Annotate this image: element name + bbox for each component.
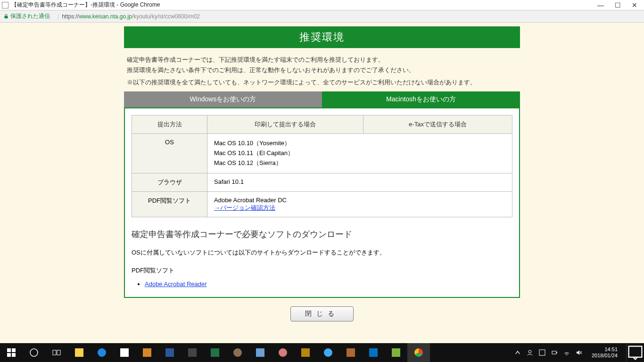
store-icon <box>188 348 197 357</box>
excel-icon <box>211 348 219 357</box>
chrome-icon <box>414 348 423 357</box>
cortana-button[interactable] <box>23 343 45 362</box>
taskbar-app-generic3[interactable] <box>294 343 317 362</box>
intro-line2: 推奨環境を満たさない条件下でのご利用は、正常な動作をしないおそれがありますのでご… <box>127 65 517 75</box>
pdf-version-link[interactable]: →バージョン確認方法 <box>214 204 275 211</box>
svg-point-5 <box>30 349 38 356</box>
spec-table: 提出方法 印刷して提出する場合 e-Taxで送信する場合 OS Mac OS 1… <box>132 115 512 217</box>
os-tabs: Windowsをお使いの方 Macintoshをお使いの方 <box>124 91 520 107</box>
download-sub: PDF閲覧ソフト <box>132 266 512 275</box>
separator: | <box>58 13 59 20</box>
folder-icon <box>75 348 83 357</box>
clock-time: 14:51 <box>592 346 618 353</box>
window-title: 【確定申告書等作成コーナー】-推奨環境 - Google Chrome <box>11 1 597 9</box>
url-display[interactable]: https://www.keisan.nta.go.jp/kyoutu/ky/s… <box>62 13 200 20</box>
start-button[interactable] <box>0 343 23 362</box>
os-val2: Mac OS 10.11（El Capitan） <box>214 148 505 158</box>
outlook-icon <box>369 348 378 357</box>
svg-rect-2 <box>12 348 16 352</box>
pdf-val: Adobe Acrobat Reader DC <box>214 197 505 204</box>
taskbar-app-store[interactable] <box>181 343 204 362</box>
taskbar-app-mail[interactable] <box>113 343 136 362</box>
ie-icon <box>324 348 332 357</box>
taskbar-app-generic1[interactable] <box>249 343 272 362</box>
app-icon <box>301 348 310 357</box>
app-icon <box>279 348 287 357</box>
notification-icon <box>627 344 644 362</box>
task-view-button[interactable] <box>45 343 68 362</box>
row-pdf-label: PDF閲覧ソフト <box>132 191 207 217</box>
taskbar-app-paint[interactable] <box>226 343 249 362</box>
tray-chevron-icon[interactable] <box>514 349 521 356</box>
svg-rect-10 <box>552 351 556 354</box>
url-path: /kyoutu/ky/st/ccw0600#n02 <box>132 13 200 20</box>
os-val1: Mac OS 10.10（Yosemite） <box>214 139 505 148</box>
paint-icon <box>233 348 242 357</box>
page-favicon <box>2 2 8 8</box>
row-browser: ブラウザ Safari 10.1 <box>132 173 512 191</box>
mail-icon <box>120 348 129 357</box>
download-list: Adobe Acrobat Reader <box>132 280 512 288</box>
row-os-value: Mac OS 10.10（Yosemite） Mac OS 10.11（El C… <box>207 134 512 173</box>
intro-line1: 確定申告書等作成コーナーでは、下記推奨環境を満たす端末でのご利用を推奨しておりま… <box>127 55 517 65</box>
adobe-reader-link[interactable]: Adobe Acrobat Reader <box>145 280 207 288</box>
page-content: 推奨環境 確定申告書等作成コーナーでは、下記推奨環境を満たす端末でのご利用を推奨… <box>124 23 520 343</box>
url-prefix: https:// <box>62 13 79 20</box>
taskbar-app-generic4[interactable] <box>339 343 362 362</box>
close-window-button[interactable]: ✕ <box>631 1 638 9</box>
taskbar-app-explorer[interactable] <box>68 343 91 362</box>
svg-rect-9 <box>539 350 545 355</box>
row-os: OS Mac OS 10.10（Yosemite） Mac OS 10.11（E… <box>132 134 512 173</box>
taskbar-app-generic5[interactable] <box>385 343 407 362</box>
taskbar-app-edge[interactable] <box>91 343 113 362</box>
close-button-wrap: 閉じる <box>124 298 520 330</box>
clock[interactable]: 14:51 2018/01/24 <box>588 346 621 359</box>
list-item: Adobe Acrobat Reader <box>145 280 512 288</box>
spec-box: 提出方法 印刷して提出する場合 e-Taxで送信する場合 OS Mac OS 1… <box>124 107 520 297</box>
taskbar-icons <box>0 343 430 362</box>
folder2-icon <box>143 348 151 357</box>
taskbar-app-excel[interactable] <box>204 343 226 362</box>
maximize-button[interactable]: ☐ <box>614 1 621 9</box>
taskbar-app-chrome[interactable] <box>407 343 430 362</box>
minimize-button[interactable]: — <box>597 1 604 9</box>
word-icon <box>165 348 174 357</box>
taskbar-app-outlook[interactable] <box>362 343 385 362</box>
svg-rect-7 <box>57 350 60 355</box>
note-text: ※以下の推奨環境を全て満たしていても、ネットワーク環境によって、全てのサービスが… <box>124 78 520 91</box>
secure-indicator[interactable]: 保護された通信 <box>4 12 50 20</box>
taskbar-app-folder[interactable] <box>136 343 158 362</box>
wifi-icon[interactable] <box>563 349 570 356</box>
col-method: 提出方法 <box>132 115 207 134</box>
svg-rect-11 <box>556 352 557 353</box>
app-icon <box>256 348 264 357</box>
volume-icon[interactable] <box>576 349 582 356</box>
page-viewport: 推奨環境 確定申告書等作成コーナーでは、下記推奨環境を満たす端末でのご利用を推奨… <box>0 23 644 343</box>
notification-button[interactable] <box>626 343 644 362</box>
svg-rect-15 <box>629 346 642 357</box>
edge-icon <box>98 348 106 357</box>
app-icon <box>347 348 355 357</box>
taskbar-app-ie[interactable] <box>317 343 339 362</box>
circle-icon <box>29 348 39 357</box>
power-icon[interactable] <box>551 349 558 356</box>
intro-text: 確定申告書等作成コーナーでは、下記推奨環境を満たす端末でのご利用を推奨しておりま… <box>124 48 520 78</box>
svg-rect-3 <box>7 353 11 357</box>
people-icon[interactable] <box>527 349 533 356</box>
lock-icon <box>4 14 8 19</box>
download-text: OSに付属していないソフトについては以下のサイトからダウンロードすることができま… <box>132 248 512 257</box>
row-browser-label: ブラウザ <box>132 173 207 191</box>
close-button[interactable]: 閉じる <box>290 306 354 321</box>
download-heading: 確定申告書等作成コーナーで必要なソフトのダウンロード <box>132 229 512 240</box>
row-pdf-value: Adobe Acrobat Reader DC →バージョン確認方法 <box>207 191 512 217</box>
secure-label: 保護された通信 <box>10 12 50 20</box>
svg-point-8 <box>528 350 531 353</box>
taskbar-app-word[interactable] <box>158 343 181 362</box>
tab-macintosh[interactable]: Macintoshをお使いの方 <box>322 91 520 107</box>
svg-rect-4 <box>12 353 16 357</box>
row-pdf: PDF閲覧ソフト Adobe Acrobat Reader DC →バージョン確… <box>132 191 512 217</box>
taskbar-app-generic2[interactable] <box>272 343 294 362</box>
svg-point-12 <box>566 355 567 356</box>
ime-icon[interactable] <box>539 349 545 356</box>
tab-windows[interactable]: Windowsをお使いの方 <box>124 91 322 107</box>
